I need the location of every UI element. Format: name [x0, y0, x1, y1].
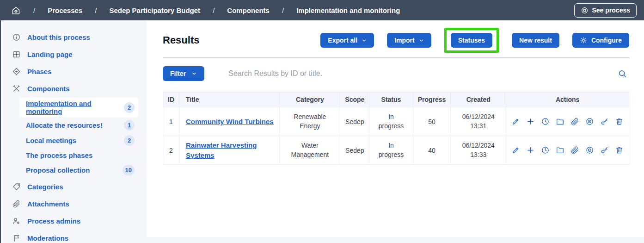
breadcrumb-separator: / — [282, 6, 284, 14]
header-scope: Scope — [340, 92, 369, 107]
paperclip-icon — [570, 146, 579, 155]
header-progress: Progress — [413, 92, 451, 107]
edit-action-button[interactable] — [511, 146, 520, 155]
pencil-icon — [511, 117, 520, 126]
folder-icon — [556, 146, 564, 155]
filter-row: Filter — [163, 66, 629, 81]
created-time: 13:33 — [455, 150, 501, 160]
permissions-action-button[interactable] — [600, 117, 609, 126]
breadcrumb-separator: / — [33, 6, 35, 14]
edit-action-button[interactable] — [511, 117, 520, 126]
chevron-down-icon — [362, 38, 367, 43]
sidebar-item-components[interactable]: Components — [1, 80, 147, 97]
layout-grid-icon — [12, 50, 21, 59]
attachments-action-button[interactable] — [570, 117, 579, 126]
sidebar-subitem-proposal-collection[interactable]: Proposal collection 10 — [19, 163, 138, 177]
subitem-label: Local meetings — [26, 137, 76, 144]
history-action-button[interactable] — [541, 146, 550, 155]
search-input[interactable] — [228, 66, 611, 81]
add-action-button[interactable] — [526, 117, 535, 126]
eye-icon — [585, 117, 594, 126]
count-badge: 2 — [124, 135, 135, 146]
components-sub-list: Implementation and monitoring 2 Allocate… — [19, 98, 138, 177]
result-title-link[interactable]: Community Wind Turbines — [186, 117, 274, 127]
breadcrumb-process-name[interactable]: Sedep Participatory Budget — [109, 6, 200, 14]
sidebar-subitem-local-meetings[interactable]: Local meetings 2 — [19, 133, 138, 148]
sidebar-item-categories[interactable]: Categories — [1, 178, 147, 195]
preview-action-button[interactable] — [585, 146, 594, 155]
delete-action-button[interactable] — [615, 146, 624, 155]
header-title: Title — [179, 92, 280, 107]
result-title-link[interactable]: Rainwater Harvesting Systems — [186, 140, 275, 161]
sidebar-item-phases[interactable]: Phases — [1, 63, 147, 80]
home-breadcrumb-link[interactable] — [11, 6, 21, 15]
created-date: 06/12/2024 — [455, 141, 501, 150]
cell-id: 1 — [163, 107, 179, 136]
configure-button[interactable]: Configure — [572, 33, 629, 48]
new-result-button[interactable]: New result — [512, 33, 559, 48]
preview-action-button[interactable] — [585, 117, 594, 126]
cell-id: 2 — [163, 136, 179, 165]
tools-icon — [12, 84, 21, 93]
folder-action-button[interactable] — [556, 117, 564, 126]
trash-icon — [615, 117, 624, 126]
import-button[interactable]: Import — [387, 33, 431, 48]
sidebar-subitem-the-process-phases[interactable]: The process phases — [19, 149, 138, 162]
plus-icon — [526, 146, 535, 155]
results-table: ID Title Category Scope Status Progress … — [163, 92, 629, 165]
sidebar-item-label: Phases — [27, 68, 52, 75]
sidebar-subitem-allocate-the-resources[interactable]: Allocate the resources! 1 — [19, 118, 138, 132]
user-gear-icon — [12, 217, 21, 225]
cell-scope: Sedep — [340, 107, 369, 136]
sidebar-subitem-implementation-and-monitoring[interactable]: Implementation and monitoring 2 — [19, 98, 138, 117]
trash-icon — [615, 146, 624, 155]
add-action-button[interactable] — [526, 146, 535, 155]
results-panel: Results Export all Import Statuses — [147, 20, 644, 237]
table-row: 1 Community Wind Turbines Renewable Ener… — [163, 107, 629, 136]
cell-progress: 40 — [413, 136, 451, 165]
paperclip-icon — [12, 199, 21, 208]
cell-status: In progress — [369, 107, 413, 136]
cell-progress: 50 — [413, 107, 451, 136]
sidebar-item-about-this-process[interactable]: About this process — [1, 29, 147, 46]
filter-button[interactable]: Filter — [163, 66, 204, 81]
sidebar-item-attachments[interactable]: Attachments — [1, 195, 147, 212]
chevron-down-icon — [191, 71, 197, 76]
count-badge: 1 — [124, 120, 135, 131]
sidebar-item-moderations[interactable]: Moderations — [1, 230, 147, 243]
search-icon — [618, 69, 627, 79]
export-all-button[interactable]: Export all — [320, 33, 374, 48]
sidebar-item-label: Landing page — [27, 50, 73, 58]
sidebar-item-process-admins[interactable]: Process admins — [1, 212, 147, 230]
home-gear-icon — [11, 6, 21, 15]
statuses-label: Statuses — [458, 37, 485, 44]
table-row: 2 Rainwater Harvesting Systems Water Man… — [163, 136, 629, 165]
breadcrumb-components[interactable]: Components — [227, 6, 270, 14]
search-button[interactable] — [616, 67, 629, 81]
see-process-button[interactable]: See process — [574, 3, 637, 18]
folder-action-button[interactable] — [556, 146, 564, 155]
delete-action-button[interactable] — [615, 117, 624, 126]
results-toolbar: Export all Import Statuses — [320, 28, 629, 53]
attachments-action-button[interactable] — [570, 146, 579, 155]
history-action-button[interactable] — [541, 117, 550, 126]
breadcrumb-processes[interactable]: Processes — [48, 6, 82, 14]
count-badge: 10 — [123, 165, 135, 175]
admin-topbar: / Processes / Sedep Participatory Budget… — [1, 0, 644, 20]
statuses-button[interactable]: Statuses — [451, 33, 492, 48]
folder-icon — [556, 117, 564, 126]
cell-scope: Sedep — [340, 136, 369, 165]
table-header-row: ID Title Category Scope Status Progress … — [163, 92, 629, 107]
new-result-label: New result — [519, 37, 552, 44]
breadcrumb-current-component[interactable]: Implementation and monitoring — [296, 6, 400, 14]
permissions-action-button[interactable] — [600, 146, 609, 155]
page-title: Results — [163, 34, 199, 46]
flag-icon — [12, 234, 21, 243]
statuses-highlight-box: Statuses — [444, 28, 499, 53]
phases-diamond-icon — [12, 67, 21, 76]
tag-icon — [12, 182, 21, 191]
subitem-label: Proposal collection — [26, 166, 90, 174]
configure-label: Configure — [591, 37, 622, 44]
header-status: Status — [369, 92, 413, 107]
sidebar-item-landing-page[interactable]: Landing page — [1, 46, 147, 63]
